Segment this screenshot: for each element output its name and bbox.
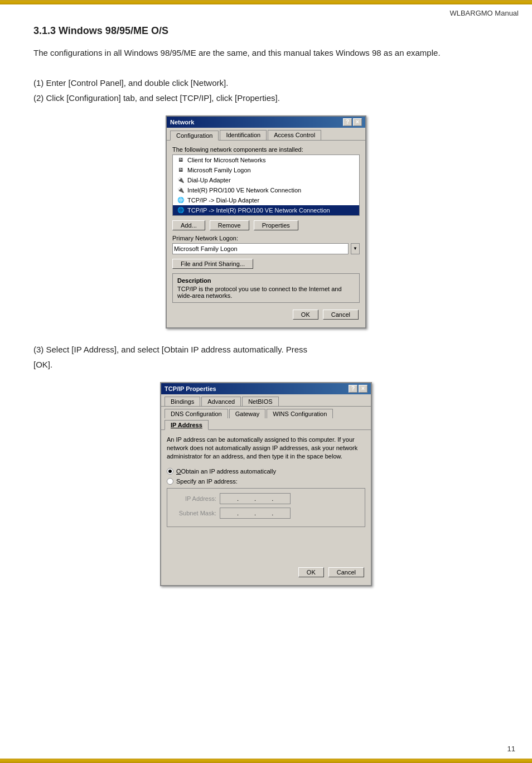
tcpip-titlebar: TCP/IP Properties ? × [161, 383, 371, 394]
titlebar-buttons: ? × [343, 118, 362, 126]
tcpip-dialog-container: TCP/IP Properties ? × Bindings Advanced … [33, 382, 499, 586]
components-label: The following network components are ins… [172, 146, 360, 153]
tcpip-tabs-row1: Bindings Advanced NetBIOS [161, 394, 371, 407]
tab-gateway[interactable]: Gateway [229, 409, 265, 418]
spacer [167, 532, 365, 565]
radio-auto-option[interactable]: OObtain an IP address automatically [167, 468, 365, 475]
radio-specify-btn[interactable] [167, 478, 173, 485]
network-titlebar: Network ? × [167, 117, 365, 128]
specify-address-box: IP Address: . . . Subnet Mask: [167, 488, 365, 527]
tab-dns-config[interactable]: DNS Configuration [165, 409, 228, 418]
dialog-bottom-buttons: OK Cancel [172, 307, 360, 322]
primary-network-dropdown[interactable]: Microsoft Family Logon [172, 243, 349, 254]
network-components-list: 🖥 Client for Microsoft Networks 🖥 Micros… [172, 154, 360, 216]
dropdown-arrow[interactable]: ▼ [351, 243, 360, 254]
tab-access-control[interactable]: Access Control [268, 130, 321, 140]
help-button[interactable]: ? [343, 118, 352, 126]
list-item[interactable]: 🖥 Client for Microsoft Networks [173, 155, 359, 165]
ip-seg2[interactable] [239, 494, 254, 503]
radio-specify-option[interactable]: Specify an IP address: [167, 478, 365, 485]
ok-button[interactable]: OK [293, 310, 318, 320]
tcpip-body: An IP address can be automatically assig… [161, 430, 371, 585]
file-sharing-button[interactable]: File and Print Sharing... [172, 259, 253, 269]
description-title: Description [177, 277, 355, 284]
tcpip-titlebar-buttons: ? × [349, 385, 367, 393]
top-bar [0, 0, 532, 4]
tcpip-cancel-button[interactable]: Cancel [328, 567, 364, 577]
tab-bindings[interactable]: Bindings [165, 397, 200, 406]
tcpip-dialog-title: TCP/IP Properties [165, 385, 216, 392]
tcpip-info-text: An IP address can be automatically assig… [167, 436, 365, 461]
cancel-button[interactable]: Cancel [323, 310, 359, 320]
action-buttons: Add... Remove Properties [172, 220, 360, 230]
intel-icon: 🔌 [176, 186, 185, 194]
properties-button[interactable]: Properties [254, 220, 298, 230]
network-dialog-container: Network ? × Configuration Identification… [33, 115, 499, 329]
subnet-seg2[interactable] [239, 509, 254, 518]
radio-auto-btn[interactable] [167, 468, 173, 475]
ip-seg1[interactable] [221, 494, 237, 503]
content: 3.1.3 Windows 98/95/ME O/S The configura… [0, 20, 532, 622]
list-item[interactable]: 🖥 Microsoft Family Logon [173, 165, 359, 175]
subnet-mask-input[interactable]: . . . [220, 508, 291, 519]
intro-text: The configurations in all Windows 98/95/… [33, 47, 499, 60]
subnet-seg3[interactable] [256, 509, 272, 518]
description-text: TCP/IP is the protocol you use to connec… [177, 286, 355, 299]
tcpip-tabs-row2: DNS Configuration Gateway WINS Configura… [161, 407, 371, 430]
tab-configuration[interactable]: Configuration [170, 131, 219, 141]
subnet-mask-row: Subnet Mask: . . . [172, 508, 360, 519]
ip-address-input[interactable]: . . . [220, 493, 291, 504]
ip-address-row: IP Address: . . . [172, 493, 360, 504]
network-body: The following network components are ins… [167, 141, 365, 327]
close-button[interactable]: × [353, 118, 362, 126]
tab-advanced[interactable]: Advanced [201, 397, 241, 406]
tcpip-close-button[interactable]: × [359, 385, 367, 393]
logon-icon: 🖥 [176, 166, 185, 174]
list-item[interactable]: 🔌 Intel(R) PRO/100 VE Network Connection [173, 185, 359, 195]
remove-button[interactable]: Remove [210, 220, 249, 230]
radio-auto-label: OObtain an IP address automatically [176, 468, 276, 475]
tab-netbios[interactable]: NetBIOS [242, 397, 278, 406]
list-item-selected[interactable]: 🌐 TCP/IP -> Intel(R) PRO/100 VE Network … [173, 205, 359, 215]
ip-seg4[interactable] [273, 494, 289, 503]
primary-network-select[interactable]: Microsoft Family Logon ▼ [172, 243, 360, 254]
network-icon: 🖥 [176, 156, 185, 164]
page-number: 11 [507, 745, 515, 753]
subnet-seg1[interactable] [221, 509, 237, 518]
primary-network-label: Primary Network Logon: [172, 235, 360, 242]
adapter-icon: 🔌 [176, 176, 185, 184]
tab-wins-config[interactable]: WINS Configuration [267, 409, 333, 418]
tcpip-dialup-icon: 🌐 [176, 196, 185, 204]
subnet-seg4[interactable] [273, 509, 289, 518]
manual-title: WLBARGMO Manual [449, 9, 519, 17]
instruction-step1: (1) Enter [Control Panel], and double cl… [33, 75, 499, 105]
tab-ip-address[interactable]: IP Address [165, 420, 209, 430]
tcpip-ok-button[interactable]: OK [298, 567, 324, 577]
list-item[interactable]: 🌐 TCP/IP -> Dial-Up Adapter [173, 195, 359, 205]
description-box: Description TCP/IP is the protocol you u… [172, 273, 360, 303]
tcpip-intel-icon: 🌐 [176, 206, 185, 214]
tab-identification[interactable]: Identification [220, 130, 267, 140]
section-title: 3.1.3 Windows 98/95/ME O/S [33, 25, 499, 37]
add-button[interactable]: Add... [172, 220, 205, 230]
network-tabs: Configuration Identification Access Cont… [167, 128, 365, 141]
radio-specify-label: Specify an IP address: [176, 478, 238, 485]
file-sharing-button-container: File and Print Sharing... [172, 259, 253, 269]
instruction-step3: (3) Select [IP Address], and select [Obt… [33, 342, 499, 372]
tcpip-dialog: TCP/IP Properties ? × Bindings Advanced … [160, 382, 372, 586]
list-item[interactable]: 🔌 Dial-Up Adapter [173, 175, 359, 185]
ip-address-label: IP Address: [172, 495, 216, 502]
subnet-mask-label: Subnet Mask: [172, 510, 216, 516]
header-right: WLBARGMO Manual [0, 4, 532, 20]
network-dialog-title: Network [170, 119, 194, 125]
ip-seg3[interactable] [256, 494, 272, 503]
network-dialog: Network ? × Configuration Identification… [166, 115, 366, 329]
tcpip-help-button[interactable]: ? [349, 385, 357, 393]
tcpip-bottom-buttons: OK Cancel [167, 565, 365, 580]
bottom-bar [0, 759, 532, 763]
